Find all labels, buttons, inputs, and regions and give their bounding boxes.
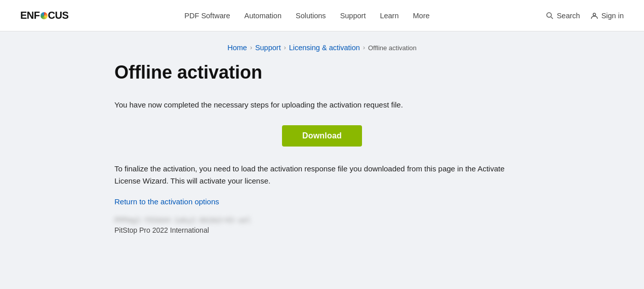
page-title: Offline activation (114, 62, 530, 83)
breadcrumb-separator-1: › (250, 44, 252, 51)
logo-text-after: CUS (48, 10, 69, 21)
breadcrumb-current: Offline activation (368, 44, 417, 52)
search-button[interactable]: Search (546, 12, 580, 20)
nav-item-automation[interactable]: Automation (245, 12, 281, 20)
nav-item-solutions[interactable]: Solutions (296, 12, 326, 20)
signin-button[interactable]: Sign in (590, 12, 624, 20)
nav-item-support[interactable]: Support (340, 12, 366, 20)
user-icon (590, 12, 598, 20)
logo-dot-icon (41, 12, 48, 19)
license-key: PPPmg2-Y93AA4-1aky2-8A2m2r43-uel (114, 216, 530, 224)
license-info: PPPmg2-Y93AA4-1aky2-8A2m2r43-uel PitStop… (114, 216, 530, 234)
nav-item-learn[interactable]: Learn (380, 12, 398, 20)
breadcrumb-separator-3: › (363, 44, 365, 51)
main-content: Home › Support › Licensing & activation … (94, 31, 550, 255)
breadcrumb: Home › Support › Licensing & activation … (114, 44, 530, 52)
main-nav: PDF Software Automation Solutions Suppor… (85, 12, 529, 20)
breadcrumb-home[interactable]: Home (227, 44, 247, 52)
svg-line-1 (551, 17, 553, 19)
site-header: ENF CUS PDF Software Automation Solution… (0, 0, 644, 31)
description-text: You have now completed the necessary ste… (114, 99, 530, 111)
breadcrumb-support[interactable]: Support (255, 44, 281, 52)
nav-item-pdf-software[interactable]: PDF Software (184, 12, 230, 20)
search-label: Search (557, 12, 580, 20)
header-actions: Search Sign in (546, 12, 624, 20)
search-icon (546, 12, 554, 20)
logo-text-before: ENF (20, 10, 40, 21)
logo[interactable]: ENF CUS (20, 10, 68, 21)
signin-label: Sign in (601, 12, 624, 20)
download-button[interactable]: Download (282, 125, 362, 147)
return-link[interactable]: Return to the activation options (114, 197, 530, 206)
nav-item-more[interactable]: More (413, 12, 430, 20)
finalize-text: To finalize the activation, you need to … (114, 163, 530, 187)
svg-point-2 (593, 13, 595, 16)
license-product: PitStop Pro 2022 International (114, 226, 530, 234)
breadcrumb-licensing[interactable]: Licensing & activation (289, 44, 360, 52)
download-btn-wrapper: Download (114, 125, 530, 147)
svg-point-0 (547, 13, 551, 17)
breadcrumb-separator-2: › (284, 44, 286, 51)
